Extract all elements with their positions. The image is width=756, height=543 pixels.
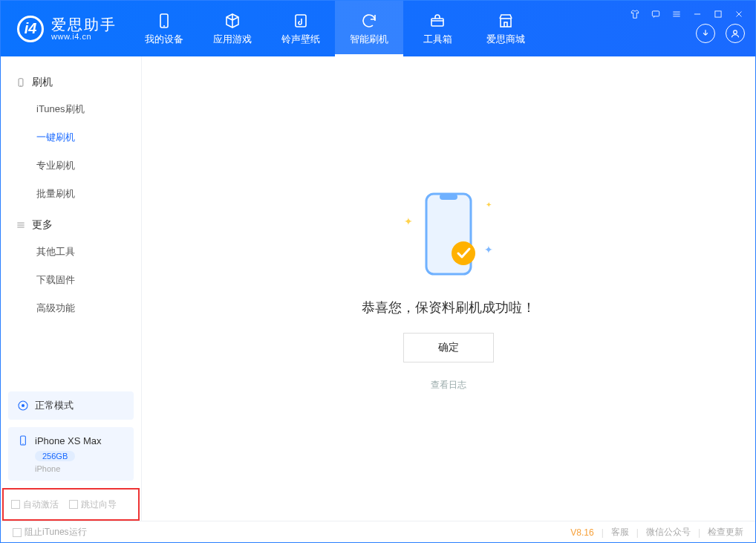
success-illustration: ✦ ✦ ✦: [404, 186, 493, 282]
store-icon: [497, 12, 515, 30]
nav-refresh[interactable]: 智能刷机: [335, 1, 403, 56]
menu-icon: [16, 220, 26, 230]
nav-label: 智能刷机: [350, 33, 388, 46]
maximize-icon[interactable]: [712, 8, 724, 20]
auto-activate-label: 自动激活: [23, 498, 59, 511]
mode-icon: [17, 400, 29, 412]
block-itunes-label: 阻止iTunes运行: [25, 526, 87, 539]
app-title: 爱思助手: [51, 17, 117, 32]
sidebar-item[interactable]: 高级功能: [1, 294, 141, 322]
nav-cube[interactable]: 应用游戏: [198, 1, 267, 56]
svg-point-9: [22, 404, 25, 407]
main-nav: 我的设备应用游戏铃声壁纸智能刷机工具箱爱思商城: [130, 1, 540, 56]
close-icon[interactable]: [733, 8, 745, 20]
device-icon: [155, 12, 173, 30]
nav-store[interactable]: 爱思商城: [472, 1, 540, 56]
header-actions: [696, 24, 745, 43]
auto-activate-checkbox[interactable]: 自动激活: [11, 498, 59, 511]
skip-guide-label: 跳过向导: [81, 498, 117, 511]
version-label: V8.16: [570, 527, 593, 538]
download-button[interactable]: [696, 24, 715, 43]
svg-point-6: [734, 30, 737, 34]
svg-rect-2: [431, 19, 443, 26]
svg-rect-12: [440, 194, 457, 200]
logo-icon: i4: [17, 16, 44, 42]
phone-icon: [17, 435, 29, 446]
nav-toolbox[interactable]: 工具箱: [403, 1, 472, 56]
highlighted-options: 自动激活 跳过向导: [2, 488, 140, 521]
app-logo: i4 爱思助手 www.i4.cn: [1, 1, 130, 56]
sidebar-item[interactable]: iTunes刷机: [1, 95, 141, 123]
sidebar-section: 更多其他工具下载固件高级功能: [1, 212, 141, 327]
sidebar-item[interactable]: 批量刷机: [1, 180, 141, 208]
svg-rect-5: [715, 11, 721, 17]
sidebar-section-title: 更多: [32, 218, 53, 232]
cube-icon: [224, 12, 241, 30]
success-message: 恭喜您，保资料刷机成功啦！: [362, 299, 535, 316]
app-header: i4 爱思助手 www.i4.cn 我的设备应用游戏铃声壁纸智能刷机工具箱爱思商…: [1, 1, 755, 56]
sidebar-section-header: 更多: [1, 212, 141, 238]
app-subtitle: www.i4.cn: [51, 32, 117, 41]
minimize-icon[interactable]: [691, 8, 703, 20]
footer: 阻止iTunes运行 V8.16 | 客服 | 微信公众号 | 检查更新: [1, 521, 755, 543]
menu-icon[interactable]: [671, 8, 682, 20]
mode-card[interactable]: 正常模式: [8, 391, 134, 420]
skin-icon[interactable]: [629, 8, 641, 20]
nav-label: 应用游戏: [213, 33, 252, 46]
mode-label: 正常模式: [35, 399, 74, 412]
device-capacity: 256GB: [35, 451, 75, 461]
nav-device[interactable]: 我的设备: [130, 1, 198, 56]
footer-link-wechat[interactable]: 微信公众号: [646, 526, 691, 539]
toolbox-icon: [428, 12, 446, 30]
svg-point-13: [452, 241, 475, 265]
music-icon: [292, 12, 310, 30]
svg-rect-4: [652, 11, 659, 16]
nav-label: 工具箱: [423, 33, 452, 46]
sidebar: 刷机iTunes刷机一键刷机专业刷机批量刷机更多其他工具下载固件高级功能 正常模…: [1, 56, 142, 521]
view-log-link[interactable]: 查看日志: [431, 379, 466, 391]
feedback-icon[interactable]: [650, 8, 662, 20]
device-name: iPhone XS Max: [35, 435, 102, 446]
block-itunes-checkbox[interactable]: 阻止iTunes运行: [13, 526, 87, 539]
sidebar-item[interactable]: 其他工具: [1, 238, 141, 266]
device-type: iPhone: [35, 464, 125, 473]
nav-label: 我的设备: [145, 33, 183, 46]
footer-link-support[interactable]: 客服: [611, 526, 629, 539]
sidebar-item[interactable]: 下载固件: [1, 266, 141, 294]
sidebar-section: 刷机iTunes刷机一键刷机专业刷机批量刷机: [1, 70, 141, 212]
footer-link-update[interactable]: 检查更新: [708, 526, 743, 539]
nav-music[interactable]: 铃声壁纸: [267, 1, 335, 56]
nav-label: 爱思商城: [486, 33, 525, 46]
phone-icon: [16, 77, 26, 88]
user-button[interactable]: [726, 24, 745, 43]
window-controls: [629, 8, 745, 20]
main-content: ✦ ✦ ✦ 恭喜您，保资料刷机成功啦！ 确定 查看日志: [142, 56, 755, 521]
device-card[interactable]: iPhone XS Max 256GB iPhone: [8, 427, 134, 481]
sidebar-section-title: 刷机: [32, 76, 53, 89]
refresh-icon: [360, 12, 378, 30]
ok-button[interactable]: 确定: [403, 333, 494, 362]
skip-guide-checkbox[interactable]: 跳过向导: [69, 498, 117, 511]
sidebar-item[interactable]: 一键刷机: [1, 123, 141, 152]
nav-label: 铃声壁纸: [281, 33, 320, 46]
sidebar-item[interactable]: 专业刷机: [1, 152, 141, 180]
sidebar-section-header: 刷机: [1, 70, 141, 95]
